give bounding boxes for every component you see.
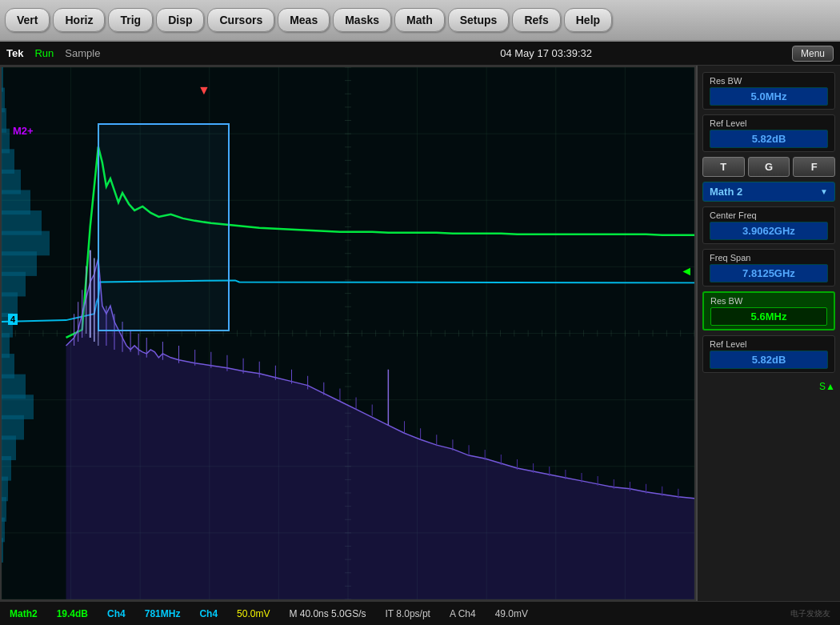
center-freq-label: Center Freq (710, 210, 828, 220)
scope-screen: M2+ ▼ ◄ 4 (0, 66, 696, 601)
purple-spectrum (66, 250, 694, 599)
right-panel: Res BW 5.0MHz Ref Level 5.82dB T G F Mat… (696, 66, 840, 601)
res-bw2-group: Res BW 5.6MHz (702, 291, 835, 331)
ch-a-value: 49.0mV (495, 608, 528, 619)
ref-level2-value[interactable]: 5.82dB (710, 351, 828, 369)
ref-level2-group: Ref Level 5.82dB (702, 335, 835, 373)
disp-button[interactable]: Disp (156, 8, 204, 32)
vert-button[interactable]: Vert (5, 8, 50, 32)
tek-label: Tek (6, 47, 23, 59)
it-readout: IT 8.0ps/pt (385, 608, 430, 619)
math2-selector[interactable]: Math 2 ▼ (702, 182, 835, 202)
center-freq-value[interactable]: 3.9062GHz (710, 222, 828, 240)
m2-label: M2+ (13, 125, 34, 137)
freq-span-label: Freq Span (710, 253, 828, 262)
bottom-status-bar: Math2 19.4dB Ch4 781MHz Ch4 50.0mV M 40.… (0, 601, 840, 625)
cursors-button[interactable]: Cursors (207, 8, 274, 32)
res-bw2-value[interactable]: 5.6MHz (710, 307, 827, 326)
spectrum-svg (2, 67, 694, 599)
status-bar: Tek Run Sample 04 May 17 03:39:32 Menu (0, 42, 840, 66)
ref-level-value[interactable]: 5.82dB (710, 130, 828, 148)
timebase-readout: M 40.0ns 5.0GS/s (289, 608, 366, 619)
top-menu-bar: Vert Horiz Trig Disp Cursors Meas Masks … (0, 0, 840, 42)
center-freq-group: Center Freq 3.9062GHz (702, 206, 835, 244)
ref-level-marker: ◄ (680, 264, 693, 278)
refs-button[interactable]: Refs (512, 8, 560, 32)
math2-readout-label: Math2 (10, 608, 38, 619)
menu-button[interactable]: Menu (792, 46, 834, 62)
res-bw-value[interactable]: 5.0MHz (710, 87, 828, 106)
math2-dropdown-icon: ▼ (820, 187, 828, 196)
ch4-readout-freq: 781MHz (145, 608, 181, 619)
f-button[interactable]: F (793, 157, 835, 177)
res-bw-group: Res BW 5.0MHz (702, 72, 835, 110)
watermark: 电子发烧友 (790, 608, 830, 619)
tgf-row: T G F (702, 157, 835, 177)
ref-level-label: Ref Level (710, 118, 828, 128)
res-bw-label: Res BW (710, 76, 828, 86)
meas-button[interactable]: Meas (278, 8, 330, 32)
ch4-readout-label: Ch4 (107, 608, 126, 619)
math2-label: Math 2 (710, 186, 742, 198)
res-bw2-label: Res BW (710, 296, 827, 306)
ref-level2-label: Ref Level (710, 339, 828, 349)
sample-mode: Sample (65, 47, 100, 59)
math-button[interactable]: Math (394, 8, 445, 32)
t-button[interactable]: T (702, 157, 745, 177)
ref-level-group: Ref Level 5.82dB (702, 114, 835, 152)
trigger-marker: ▼ (198, 83, 210, 98)
ch4-marker: 4 (8, 314, 18, 325)
horiz-button[interactable]: Horiz (53, 8, 105, 32)
freq-span-value[interactable]: 7.8125GHz (710, 264, 828, 282)
help-button[interactable]: Help (564, 8, 612, 32)
scroll-indicator[interactable]: S▲ (702, 381, 835, 392)
g-button[interactable]: G (748, 157, 790, 177)
masks-button[interactable]: Masks (333, 8, 391, 32)
run-status: Run (34, 47, 54, 59)
ch-a-readout: A Ch4 (450, 608, 476, 619)
setups-button[interactable]: Setups (448, 8, 510, 32)
trig-button[interactable]: Trig (108, 8, 153, 32)
freq-span-group: Freq Span 7.8125GHz (702, 249, 835, 286)
main-area: M2+ ▼ ◄ 4 Res BW 5.0MHz Ref Level 5.82dB… (0, 66, 840, 601)
math2-readout-value: 19.4dB (57, 608, 88, 619)
datetime-display: 04 May 17 03:39:32 (500, 47, 592, 59)
ch4-readout-ch: Ch4 (199, 608, 218, 619)
ch4-readout-mv: 50.0mV (237, 608, 270, 619)
